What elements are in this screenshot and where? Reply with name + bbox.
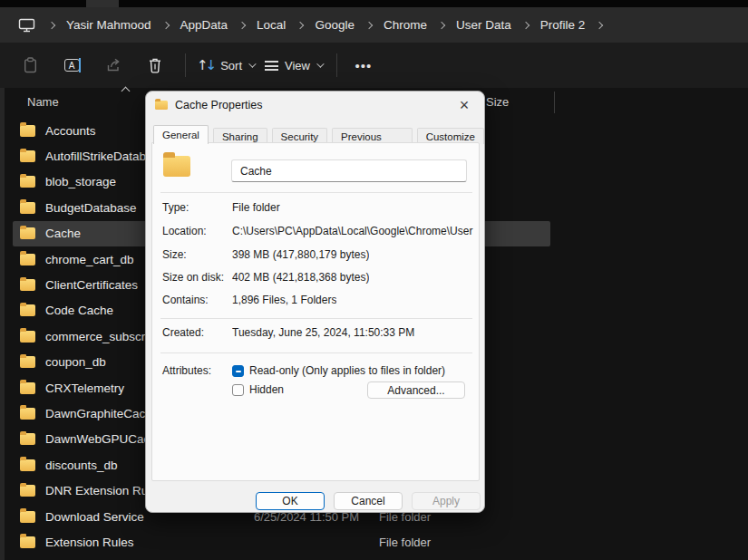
cache-properties-dialog: Cache Properties × General Sharing Secur… (145, 91, 485, 513)
divider (160, 192, 472, 193)
readonly-attribute-row: Read-only (Only applies to files in fold… (232, 362, 445, 380)
cancel-button[interactable]: Cancel (334, 492, 403, 510)
folder-icon (20, 176, 35, 188)
paste-button[interactable] (15, 51, 45, 80)
field-label: Size on disk: (162, 268, 224, 286)
folder-icon (155, 101, 168, 110)
breadcrumb-item-local[interactable]: Local (257, 18, 286, 32)
folder-row-extension-rules[interactable]: Extension Rules (13, 529, 550, 555)
view-button[interactable]: View (265, 51, 322, 80)
field-value: 402 MB (421,818,368 bytes) (232, 268, 369, 286)
chevron-right-icon[interactable] (596, 21, 603, 28)
folder-name: CRXTelemetry (45, 381, 124, 395)
apply-button[interactable]: Apply (412, 492, 481, 510)
folder-name: ClientCertificates (45, 278, 138, 292)
folder-name: BudgetDatabase (45, 201, 137, 215)
breadcrumb-item-google[interactable]: Google (315, 18, 355, 32)
folder-name: blob_storage (45, 175, 116, 188)
column-header-name[interactable]: Name (27, 95, 59, 109)
folder-name: chrome_cart_db (45, 253, 134, 266)
toolbar-divider (336, 53, 337, 77)
more-icon: ••• (355, 58, 373, 73)
chevron-down-icon (316, 60, 324, 67)
field-size: Size: 398 MB (417,880,179 bytes) (152, 246, 479, 264)
close-icon[interactable]: × (453, 94, 475, 116)
folder-name: DawnGraphiteCache (45, 407, 159, 420)
field-label: Attributes: (162, 362, 211, 380)
trash-icon (148, 57, 162, 73)
folder-icon (20, 227, 35, 239)
chevron-down-icon (248, 60, 256, 67)
folder-icon (20, 485, 35, 497)
readonly-checkbox[interactable] (232, 365, 244, 377)
column-header-size[interactable]: Size (486, 95, 509, 109)
folder-icon (20, 433, 35, 445)
tab-general[interactable]: General (153, 125, 209, 144)
chevron-right-icon[interactable] (161, 21, 169, 28)
breadcrumb-item-user[interactable]: Yasir Mahmood (66, 18, 151, 32)
folder-icon (20, 459, 35, 471)
field-value: C:\Users\PC\AppData\Local\Google\Chrome\… (232, 222, 475, 240)
field-created: Created: Tuesday, June 25, 2024, 11:50:3… (152, 323, 479, 342)
folder-icon (20, 150, 35, 162)
column-divider[interactable] (554, 92, 555, 113)
field-contains: Contains: 1,896 Files, 1 Folders (152, 291, 479, 309)
folder-icon (20, 356, 35, 368)
folder-icon (20, 125, 35, 137)
field-location: Location: C:\Users\PC\AppData\Local\Goog… (152, 222, 479, 240)
file-explorer-window: Yasir Mahmood AppData Local Google Chrom… (0, 0, 748, 560)
share-button[interactable] (98, 51, 129, 80)
explorer-tab-edge (86, 0, 119, 7)
this-pc-icon[interactable] (18, 18, 35, 33)
delete-button[interactable] (140, 51, 170, 80)
rename-button[interactable]: A (56, 51, 87, 80)
advanced-button[interactable]: Advanced... (367, 381, 465, 399)
folder-icon (20, 202, 35, 214)
folder-name: coupon_db (45, 355, 106, 369)
field-value: 1,896 Files, 1 Folders (232, 291, 336, 309)
breadcrumb: Yasir Mahmood AppData Local Google Chrom… (0, 7, 748, 43)
folder-name: Extension Rules (45, 536, 134, 549)
field-label: Size: (162, 246, 187, 264)
share-icon (105, 58, 121, 72)
field-value: 398 MB (417,880,179 bytes) (232, 246, 369, 264)
chevron-right-icon[interactable] (238, 21, 246, 28)
hidden-checkbox[interactable] (232, 384, 244, 396)
folder-name: Cache (45, 227, 81, 240)
general-tab-panel: Type: File folder Location: C:\Users\PC\… (151, 142, 480, 481)
folder-icon (20, 511, 35, 523)
field-size-on-disk: Size on disk: 402 MB (421,818,368 bytes) (152, 268, 479, 286)
hidden-label: Hidden (249, 383, 284, 396)
folder-name-input[interactable] (231, 159, 467, 182)
sort-icon: ↑↓ (197, 57, 214, 73)
folder-icon (20, 304, 35, 316)
sort-button[interactable]: ↑↓ Sort (197, 51, 254, 80)
dialog-title: Cache Properties (175, 99, 263, 111)
chevron-right-icon[interactable] (521, 21, 529, 28)
breadcrumb-item-profile-2[interactable]: Profile 2 (540, 18, 586, 32)
command-toolbar: A ↑↓ Sort (0, 43, 748, 88)
divider (160, 352, 472, 353)
breadcrumb-item-user-data[interactable]: User Data (456, 18, 511, 32)
field-value: Tuesday, June 25, 2024, 11:50:33 PM (232, 323, 414, 342)
chevron-right-icon[interactable] (365, 21, 373, 28)
paste-icon (24, 57, 37, 73)
chevron-right-icon[interactable] (438, 21, 445, 28)
rename-icon: A (64, 59, 80, 72)
dialog-titlebar: Cache Properties (146, 92, 484, 119)
hidden-attribute-row: Hidden (232, 381, 284, 399)
ok-button[interactable]: OK (256, 492, 325, 510)
chevron-right-icon (48, 21, 55, 28)
breadcrumb-item-appdata[interactable]: AppData (180, 18, 228, 32)
folder-icon (20, 408, 35, 420)
chevron-right-icon[interactable] (296, 21, 304, 28)
breadcrumb-item-chrome[interactable]: Chrome (384, 18, 427, 32)
folder-icon (20, 279, 35, 291)
dialog-tabs: General Sharing Security Previous Versio… (153, 126, 484, 144)
folder-icon (20, 254, 35, 266)
view-icon (265, 61, 278, 71)
folder-icon (20, 382, 35, 394)
folder-name: Accounts (45, 124, 96, 138)
field-label: Location: (162, 222, 207, 240)
more-options-button[interactable]: ••• (348, 51, 379, 80)
